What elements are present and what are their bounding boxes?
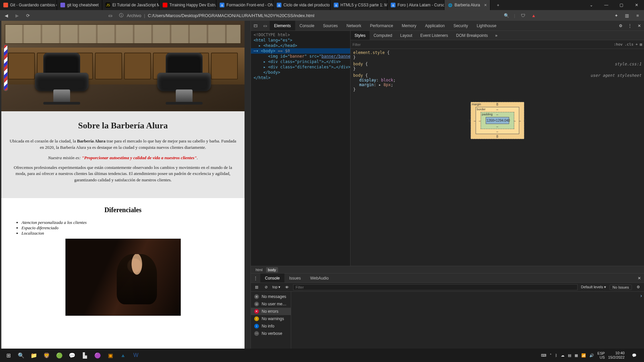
tab[interactable]: Git - Guardando cambios e bbox=[0, 0, 57, 10]
tab[interactable]: aHTML5 y CSS3 parte 1: Mi p bbox=[330, 0, 387, 10]
log-levels[interactable]: Default levels ▾ bbox=[581, 285, 606, 289]
window-minimize-button[interactable]: — bbox=[599, 0, 614, 10]
file-explorer-icon[interactable]: 📁 bbox=[28, 349, 40, 362]
keyboard-icon[interactable]: ⌨ bbox=[541, 353, 546, 358]
search-icon[interactable]: 🔍 bbox=[503, 12, 509, 18]
hov-toggle[interactable]: :hov bbox=[614, 42, 623, 47]
source-link[interactable]: style.css:1 bbox=[615, 62, 641, 66]
console-cat[interactable]: ☺No user me… bbox=[251, 300, 291, 308]
panel-layout-icon[interactable]: ▥ bbox=[640, 42, 642, 47]
live-expression-icon[interactable]: 👁 bbox=[284, 284, 290, 290]
tray-icon[interactable]: ▤ bbox=[568, 353, 571, 358]
window-close-button[interactable]: ✕ bbox=[629, 0, 644, 10]
app-icon[interactable]: ▙ bbox=[78, 349, 91, 362]
tab-sources[interactable]: Sources bbox=[319, 21, 342, 31]
tab[interactable]: Trraining Happy Dev Estruc bbox=[159, 0, 216, 10]
styles-filter-input[interactable] bbox=[353, 43, 612, 47]
console-cat[interactable]: ≡No messages bbox=[251, 293, 291, 300]
subtab-dom-breakpoints[interactable]: DOM Breakpoints bbox=[452, 31, 492, 40]
tab-console[interactable]: Console bbox=[295, 21, 319, 31]
extensions-icon[interactable]: ✦ bbox=[613, 12, 619, 18]
more-tabs-icon[interactable]: » bbox=[492, 31, 501, 40]
start-button[interactable]: ⊞ bbox=[2, 349, 15, 362]
crumb[interactable]: html bbox=[254, 267, 265, 273]
tab[interactable]: aForo | Alura Latam - Cursos bbox=[387, 0, 444, 10]
tab-security[interactable]: Security bbox=[449, 21, 472, 31]
new-tab-button[interactable]: ＋ bbox=[490, 0, 505, 10]
tab-dropdown-button[interactable]: ⌄ bbox=[584, 0, 599, 10]
close-icon[interactable]: ✕ bbox=[635, 21, 644, 31]
tab-elements[interactable]: Elements bbox=[270, 21, 295, 31]
reload-button[interactable]: ⟳ bbox=[25, 12, 31, 18]
dom-tree[interactable]: <!DOCTYPE html> <html lang="es"> ▸ <head… bbox=[251, 31, 351, 266]
issues-pill[interactable]: No Issues bbox=[609, 285, 632, 290]
tray-icon[interactable]: ▦ bbox=[575, 353, 578, 358]
drawer-tab-webaudio[interactable]: WebAudio bbox=[306, 274, 333, 283]
tab[interactable]: JSEl Tutorial de JavaScript Mc bbox=[102, 0, 159, 10]
console-cat[interactable]: ⋯No verbose bbox=[251, 330, 291, 337]
word-icon[interactable]: W bbox=[129, 349, 142, 362]
console-filter-input[interactable] bbox=[293, 284, 578, 290]
window-maximize-button[interactable]: ▢ bbox=[614, 0, 629, 10]
forward-button[interactable]: ▶ bbox=[14, 12, 20, 18]
close-icon[interactable]: ✕ bbox=[635, 274, 644, 283]
whatsapp-icon[interactable]: 💬 bbox=[66, 349, 78, 362]
subtab-event-listeners[interactable]: Event Listeners bbox=[416, 31, 452, 40]
tab-active[interactable]: 🌐Barberia Alura× bbox=[444, 0, 490, 10]
subtab-computed[interactable]: Computed bbox=[370, 31, 396, 40]
wifi-icon[interactable]: 📶 bbox=[581, 353, 586, 358]
wallet-icon[interactable]: ▥ bbox=[624, 12, 630, 18]
url-box[interactable]: ⓘ Archivo | C:/Users/Marcos/Desktop/PROG… bbox=[118, 12, 499, 18]
cls-toggle[interactable]: .cls bbox=[625, 42, 634, 47]
chevron-right-icon[interactable]: › bbox=[640, 293, 642, 298]
chrome-icon[interactable]: 🟢 bbox=[53, 349, 66, 362]
new-rule-button[interactable]: + bbox=[636, 42, 638, 47]
kebab-icon[interactable]: ⋮ bbox=[625, 21, 635, 31]
onedrive-icon[interactable]: ☁ bbox=[561, 353, 565, 358]
gear-icon[interactable]: ⚙ bbox=[635, 284, 641, 290]
clear-console-icon[interactable]: ⊘ bbox=[263, 284, 269, 290]
drawer-tab-console[interactable]: Console bbox=[260, 274, 284, 283]
reader-mode-icon[interactable]: ▭ bbox=[107, 12, 113, 18]
clock[interactable]: 10:40 15/2/2022 bbox=[608, 351, 625, 359]
search-button[interactable]: 🔍 bbox=[15, 349, 28, 362]
notifications-button[interactable]: 💬 bbox=[628, 349, 641, 362]
drawer-menu-icon[interactable]: ⋮ bbox=[251, 274, 260, 283]
subtab-styles[interactable]: Styles bbox=[351, 31, 370, 40]
tab-memory[interactable]: Memory bbox=[397, 21, 421, 31]
page-frame[interactable]: Sobre la Barbería Alura Ubicada en el co… bbox=[1, 21, 245, 349]
context-selector[interactable]: top ▾ bbox=[272, 285, 280, 289]
tab-network[interactable]: Network bbox=[342, 21, 366, 31]
bluetooth-icon[interactable]: ᛒ bbox=[555, 353, 557, 357]
styles-body[interactable]: element.style { } body {style.css:1 } bo… bbox=[351, 49, 644, 266]
brave-rewards-icon[interactable]: ▲ bbox=[531, 12, 537, 18]
tab[interactable]: aCiclo de vida del producto: bbox=[273, 0, 330, 10]
shield-icon[interactable]: 🛡 bbox=[520, 12, 526, 18]
dom-selected-node[interactable]: ⋯▾ <body> == $0 bbox=[251, 48, 350, 54]
language-indicator[interactable]: ESP US bbox=[597, 351, 605, 359]
info-icon[interactable]: ⓘ bbox=[118, 12, 124, 18]
vscode-icon[interactable]: ⟁ bbox=[117, 349, 129, 362]
console-cat[interactable]: !No warnings bbox=[251, 315, 291, 322]
device-toggle-icon[interactable]: ▭ bbox=[260, 21, 270, 31]
inspect-icon[interactable]: ⮹ bbox=[251, 21, 260, 31]
discord-icon[interactable]: 🟣 bbox=[91, 349, 104, 362]
subtab-layout[interactable]: Layout bbox=[396, 31, 416, 40]
tab-application[interactable]: Application bbox=[421, 21, 449, 31]
sidebar-toggle-icon[interactable]: ▥ bbox=[254, 284, 260, 290]
back-button[interactable]: ◀ bbox=[3, 12, 9, 18]
console-output[interactable]: › bbox=[291, 292, 644, 349]
brave-icon[interactable]: 🦁 bbox=[40, 349, 53, 362]
gear-icon[interactable]: ⚙ bbox=[616, 21, 625, 31]
menu-icon[interactable]: ≡ bbox=[635, 12, 641, 18]
tab[interactable]: aFormación Front-end - ONE bbox=[216, 0, 273, 10]
tab-performance[interactable]: Performance bbox=[366, 21, 397, 31]
sublime-icon[interactable]: ▣ bbox=[104, 349, 117, 362]
volume-icon[interactable]: 🔊 bbox=[589, 353, 594, 358]
chevron-up-icon[interactable]: ˄ bbox=[550, 353, 552, 358]
tab[interactable]: git log cheatsheet bbox=[57, 0, 102, 10]
crumb-active[interactable]: body bbox=[266, 267, 278, 273]
drawer-tab-issues[interactable]: Issues bbox=[284, 274, 306, 283]
console-cat-selected[interactable]: ✕No errors bbox=[251, 308, 291, 315]
close-icon[interactable]: × bbox=[484, 2, 487, 8]
